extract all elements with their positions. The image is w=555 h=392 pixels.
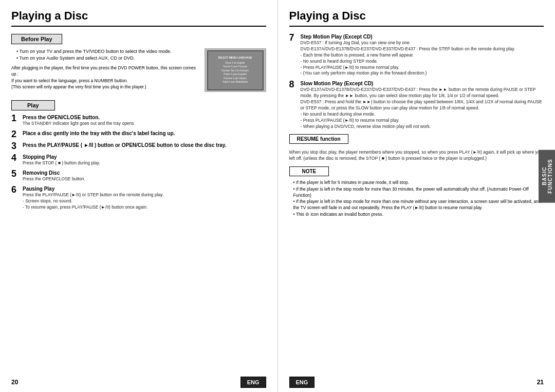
step-1-title: Press the OPEN/CLOSE button. <box>23 115 266 120</box>
step-5: 5 Removing Disc Press the OPEN/CLOSE but… <box>11 170 266 182</box>
step-7-desc: DVD-E537 : If turning Jog Dial, you can … <box>301 40 544 77</box>
right-page: Playing a Disc 7 Step Motion Play (Excep… <box>278 0 556 392</box>
left-page: Playing a Disc Before Play SELECT MENU L… <box>0 0 278 392</box>
note-label: NOTE <box>289 166 329 176</box>
sidebar-tab: BASIC FUNCTIONS <box>539 150 555 203</box>
note-item-4: This ⊘ icon indicates an invalid button … <box>293 211 544 217</box>
note-section: NOTE If the player is left for 5 minutes… <box>289 166 544 217</box>
step-1-content: Press the OPEN/CLOSE button. The STANDBY… <box>23 115 266 127</box>
step-7-title: Step Motion Play (Except CD) <box>301 34 544 40</box>
step-5-content: Removing Disc Press the OPEN/CLOSE butto… <box>23 170 266 182</box>
right-footer: ENG 21 <box>289 377 544 388</box>
note-item-2: If the player is left in the stop mode f… <box>293 186 544 199</box>
play-label: Play <box>11 100 55 110</box>
tv-image: SELECT MENU LANGUAGE Press 1 for English… <box>205 48 266 92</box>
step-2-num: 2 <box>11 129 23 139</box>
step-5-num: 5 <box>11 169 23 178</box>
step-4: 4 Stopping Play Press the STOP ( ■ ) but… <box>11 154 266 166</box>
step-6-title: Pausing Play <box>23 186 266 192</box>
before-play-section: Before Play SELECT MENU LANGUAGE Press 1… <box>11 34 266 95</box>
step-6-num: 6 <box>11 185 23 194</box>
left-page-number: 20 <box>11 379 18 386</box>
step-2-content: Place a disc gently into the tray with t… <box>23 130 266 137</box>
note-item-3: If the player is left in the stop mode f… <box>293 198 544 211</box>
tv-screen: SELECT MENU LANGUAGE Press 1 for English… <box>207 50 264 90</box>
step-7-num: 7 <box>289 33 301 42</box>
step-6: 6 Pausing Play Press the PLAY/PAUSE (►/I… <box>11 186 266 211</box>
step-2: 2 Place a disc gently into the tray with… <box>11 130 266 139</box>
step-4-content: Stopping Play Press the STOP ( ■ ) butto… <box>23 154 266 166</box>
step-6-desc: Press the PLAY/PAUSE (►/II) or STEP butt… <box>23 192 266 211</box>
step-8-num: 8 <box>289 80 301 89</box>
step-8: 8 Slow Motion Play (Except CD) DVD-E137A… <box>289 81 544 129</box>
step-3-title: Press the PLAY/PAUSE ( ►/II ) button or … <box>23 142 266 148</box>
step-5-title: Removing Disc <box>23 170 266 176</box>
resume-desc: When you stop disc play, the player reme… <box>289 149 544 162</box>
step-4-title: Stopping Play <box>23 154 266 160</box>
step-3-num: 3 <box>11 141 23 151</box>
step-3: 3 Press the PLAY/PAUSE ( ►/II ) button o… <box>11 142 266 151</box>
step-8-content: Slow Motion Play (Except CD) DVD-E137A/D… <box>301 81 544 129</box>
resume-section: RESUME function When you stop disc play,… <box>289 134 544 162</box>
left-page-title: Playing a Disc <box>11 9 266 27</box>
left-eng-badge: ENG <box>240 377 266 388</box>
note-list: If the player is left for 5 minutes in p… <box>289 179 544 217</box>
step-6-content: Pausing Play Press the PLAY/PAUSE (►/II)… <box>23 186 266 211</box>
sidebar-top: BASIC <box>542 167 547 185</box>
before-play-content: SELECT MENU LANGUAGE Press 1 for English… <box>11 48 266 90</box>
step-2-title: Place a disc gently into the tray with t… <box>23 130 266 136</box>
left-footer: 20 ENG <box>11 377 266 388</box>
note-item-1: If the player is left for 5 minutes in p… <box>293 179 544 185</box>
step-3-content: Press the PLAY/PAUSE ( ►/II ) button or … <box>23 142 266 148</box>
right-eng-badge: ENG <box>289 377 315 388</box>
step-1-desc: The STANDBY indicator light goes out and… <box>23 121 266 127</box>
right-page-title: Playing a Disc <box>289 9 544 27</box>
step-7-content: Step Motion Play (Except CD) DVD-E537 : … <box>301 34 544 77</box>
before-play-label: Before Play <box>11 34 62 44</box>
step-4-desc: Press the STOP ( ■ ) button during play. <box>23 160 266 166</box>
step-5-desc: Press the OPEN/CLOSE button. <box>23 176 266 182</box>
step-1: 1 Press the OPEN/CLOSE button. The STAND… <box>11 115 266 127</box>
step-1-num: 1 <box>11 114 23 123</box>
step-7: 7 Step Motion Play (Except CD) DVD-E537 … <box>289 34 544 77</box>
step-8-desc: DVD-E137A/DVD-E137B/DVD-E237/DVD-E337/DV… <box>301 87 544 129</box>
step-8-title: Slow Motion Play (Except CD) <box>301 81 544 86</box>
right-page-number: 21 <box>537 379 544 386</box>
step-4-num: 4 <box>11 153 23 162</box>
note-content: If the player is left for 5 minutes in p… <box>289 179 544 217</box>
sidebar-bottom: FUNCTIONS <box>547 159 553 194</box>
resume-label: RESUME function <box>289 134 348 144</box>
play-section: Play 1 Press the OPEN/CLOSE button. The … <box>11 100 266 210</box>
